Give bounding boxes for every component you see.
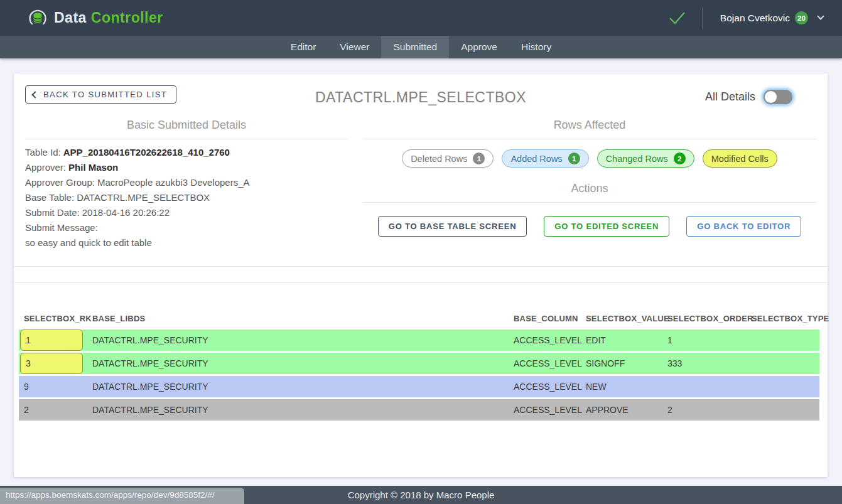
check-icon: [669, 11, 686, 24]
badge-label: Modified Cells: [711, 154, 769, 164]
table-cell: 9: [19, 376, 87, 397]
database-logo-icon: [28, 8, 48, 28]
all-details-toggle[interactable]: [764, 90, 792, 104]
field-label: Approver Group:: [25, 177, 95, 188]
table-header-row: SELECTBOX_RKBASE_LIBDSBASE_COLUMNSELECTB…: [19, 308, 819, 330]
all-details-control: All Details: [705, 90, 792, 104]
modified-cell-chip: 3: [20, 353, 83, 374]
detail-field: Submit Date:2018-04-16 20:26:22: [25, 205, 348, 220]
user-menu[interactable]: Bojan Cvetkovic 20: [720, 11, 823, 24]
table-cell: 1: [662, 330, 747, 351]
action-button-go-to-edited-screen[interactable]: GO TO EDITED SCREEN: [544, 216, 669, 237]
rows-affected-heading: Rows Affected: [363, 119, 816, 132]
column-header: BASE_LIBDS: [87, 314, 509, 323]
badge-deleted-rows: Deleted Rows 1: [402, 149, 494, 168]
chevron-down-icon: [817, 13, 824, 19]
field-value: APP_20180416T202622618_410_2760: [63, 147, 230, 158]
table-cell: 1: [19, 330, 87, 351]
detail-field: Submit Message:: [25, 220, 348, 235]
table-cell: EDIT: [581, 330, 662, 351]
all-details-label: All Details: [705, 90, 755, 104]
tab-approve[interactable]: Approve: [449, 36, 509, 58]
table-cell: DATACTRL.MPE_SECURITY: [87, 376, 509, 397]
app-header: Data Controller Bojan Cvetkovic 20: [0, 0, 842, 36]
field-label: Submit Date:: [25, 207, 80, 218]
column-header: SELECTBOX_RK: [19, 314, 87, 323]
table-cell: 2: [662, 399, 747, 421]
table-row: 3DATACTRL.MPE_SECURITYACCESS_LEVELSIGNOF…: [19, 353, 819, 374]
action-button-go-to-base-table-screen[interactable]: GO TO BASE TABLE SCREEN: [378, 216, 527, 237]
divider: [363, 202, 816, 203]
table-cell: [747, 330, 819, 351]
tab-viewer[interactable]: Viewer: [328, 36, 381, 58]
action-button-go-back-to-editor[interactable]: GO BACK TO EDITOR: [686, 216, 801, 237]
column-header: BASE_COLUMN: [509, 314, 581, 323]
table-cell: ACCESS_LEVEL: [509, 399, 581, 421]
main-card: BACK TO SUBMITTED LIST DATACTRL.MPE_SELE…: [14, 73, 828, 477]
table-cell: SIGNOFF: [581, 353, 662, 374]
copyright-text: Copyright © 2018 by Macro People: [348, 490, 495, 500]
field-value: MacroPeople azukbi3 Developers_A: [97, 177, 250, 188]
brand-secondary: Controller: [91, 9, 163, 26]
tab-editor[interactable]: Editor: [279, 36, 328, 58]
table-cell: [747, 399, 819, 421]
divider: [25, 139, 348, 139]
column-header: SELECTBOX_ORDER: [662, 314, 747, 323]
details-fields: Table Id:APP_20180416T202622618_410_2760…: [25, 145, 348, 235]
divider: [14, 282, 828, 283]
nav-tabs: EditorViewerSubmittedApproveHistory: [0, 36, 842, 58]
table-body: 1DATACTRL.MPE_SECURITYACCESS_LEVELEDIT13…: [19, 330, 819, 421]
badge-modified-rows: Modified Cells: [703, 149, 777, 168]
app-logo: Data Controller: [28, 8, 163, 28]
header-divider: [702, 8, 703, 29]
detail-field: Approver:Phil Mason: [25, 160, 348, 175]
table-cell: [747, 376, 819, 397]
badge-label: Changed Rows: [606, 154, 668, 164]
tab-submitted[interactable]: Submitted: [381, 36, 449, 58]
table-row: 1DATACTRL.MPE_SECURITYACCESS_LEVELEDIT1: [19, 330, 819, 351]
user-count-badge: 20: [795, 11, 808, 24]
rows-affected-section: Rows Affected Deleted Rows 1 Added Rows …: [363, 119, 816, 250]
table-cell: DATACTRL.MPE_SECURITY: [87, 353, 509, 374]
actions-buttons: GO TO BASE TABLE SCREENGO TO EDITED SCRE…: [363, 216, 816, 237]
badge-label: Deleted Rows: [411, 154, 467, 164]
detail-field: Base Table:DATACTRL.MPE_SELECTBOX: [25, 190, 348, 205]
tab-history[interactable]: History: [509, 36, 563, 58]
column-header: SELECTBOX_VALUE: [581, 314, 662, 323]
column-header: SELECTBOX_TYPE: [747, 314, 819, 323]
basic-submitted-details-section: Basic Submitted Details Table Id:APP_201…: [25, 119, 348, 250]
submit-message-text: so easy and quick to edit table: [25, 235, 348, 250]
divider: [14, 266, 828, 267]
modified-cell-chip: 1: [20, 330, 83, 351]
table-cell: 3: [19, 353, 87, 374]
field-value: Phil Mason: [68, 162, 118, 173]
basic-details-heading: Basic Submitted Details: [25, 119, 348, 132]
table-row: 9DATACTRL.MPE_SECURITYACCESS_LEVELNEW: [19, 376, 819, 397]
user-name: Bojan Cvetkovic: [720, 13, 790, 24]
toggle-knob: [765, 91, 777, 103]
actions-heading: Actions: [363, 182, 816, 195]
divider: [363, 139, 816, 139]
data-table: SELECTBOX_RKBASE_LIBDSBASE_COLUMNSELECTB…: [19, 308, 819, 421]
badge-label: Added Rows: [510, 154, 562, 164]
field-value: 2018-04-16 20:26:22: [82, 207, 170, 218]
table-cell: NEW: [581, 376, 662, 397]
field-label: Table Id:: [25, 147, 61, 158]
badge-added-rows: Added Rows 1: [502, 149, 588, 168]
rows-affected-badges: Deleted Rows 1 Added Rows 1 Changed Rows…: [363, 149, 816, 168]
table-cell: APPROVE: [581, 399, 662, 421]
detail-field: Approver Group:MacroPeople azukbi3 Devel…: [25, 175, 348, 190]
badge-count: 1: [473, 153, 485, 164]
brand-primary: Data: [54, 9, 87, 26]
detail-columns: Basic Submitted Details Table Id:APP_201…: [14, 119, 828, 250]
table-row: 2DATACTRL.MPE_SECURITYACCESS_LEVELAPPROV…: [19, 399, 819, 421]
table-cell: [747, 353, 819, 374]
card-toolbar: BACK TO SUBMITTED LIST DATACTRL.MPE_SELE…: [14, 73, 828, 110]
field-value: DATACTRL.MPE_SELECTBOX: [77, 192, 210, 203]
badge-count: 2: [674, 153, 686, 164]
field-label: Submit Message:: [25, 222, 98, 233]
table-cell: 333: [662, 353, 747, 374]
detail-field: Table Id:APP_20180416T202622618_410_2760: [25, 145, 348, 160]
field-label: Approver:: [25, 162, 66, 173]
table-cell: DATACTRL.MPE_SECURITY: [87, 399, 509, 421]
